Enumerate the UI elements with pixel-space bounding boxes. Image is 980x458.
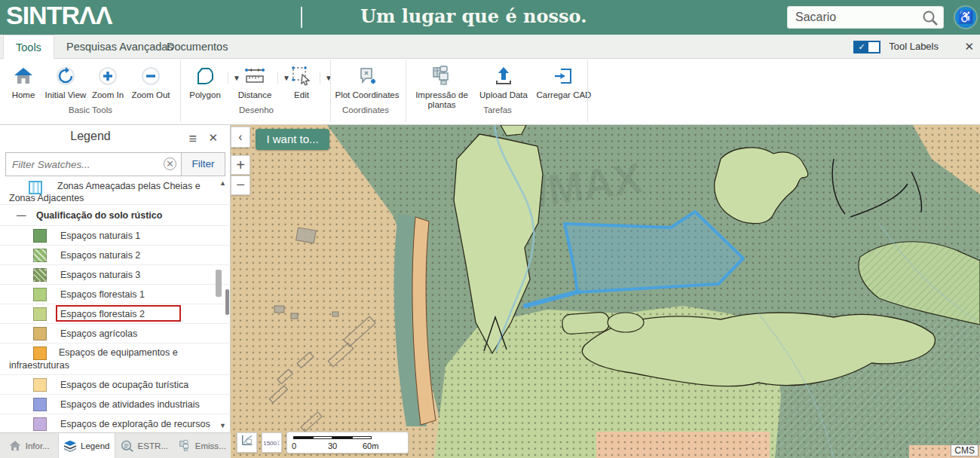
xy-grid-icon — [240, 433, 254, 447]
legend-swatch — [33, 417, 47, 431]
map-zoom-in-button[interactable]: + — [231, 155, 250, 175]
edit-button[interactable]: Edit — [285, 65, 318, 100]
filter-swatches-input[interactable] — [6, 153, 164, 176]
zoom-in-button[interactable]: Zoom In — [89, 65, 127, 100]
close-icon[interactable]: ✕ — [208, 131, 218, 145]
legend-scrollbar-thumb[interactable] — [216, 270, 222, 297]
list-item[interactable]: Espaços de equipamentos e infraestrutura… — [0, 344, 231, 375]
scale-bar: 0 30 60m — [286, 432, 409, 453]
house-icon — [8, 440, 22, 452]
app-header: SINTRΛΛ Um lugar que é nosso. ♿ — [0, 0, 980, 35]
toolbar-ribbon: Home Initial View Zoom In Zoom Out Basic… — [0, 59, 980, 125]
filter-row: ✕ Filter — [5, 152, 225, 176]
tab-tools[interactable]: Tools — [3, 35, 54, 59]
tagline: Um lugar que é nosso. — [360, 5, 586, 27]
legend-swatch — [33, 268, 47, 282]
list-item[interactable]: Espaços de exploração de recursos ▼ — [0, 414, 231, 432]
legend-swatch — [33, 229, 47, 243]
list-item[interactable]: Espaços florestais 1 — [0, 285, 231, 304]
layers-icon — [63, 440, 77, 452]
printer-icon — [178, 440, 191, 452]
upload-data-button[interactable]: Upload Data — [476, 65, 531, 100]
ribbon-separator — [587, 60, 588, 122]
map-viewport[interactable]: RE/MAX — [231, 125, 980, 458]
search-input[interactable] — [795, 8, 916, 26]
list-item[interactable]: Espaços de ocupação turística — [0, 375, 231, 395]
close-icon[interactable]: ✕ — [964, 40, 974, 53]
list-item[interactable]: Espaços agrícolas — [0, 324, 231, 344]
initial-view-icon — [44, 65, 87, 87]
legend-swatch — [33, 327, 47, 340]
scale-label-30: 30 — [328, 441, 337, 450]
tab-informacao[interactable]: Infor... — [0, 433, 58, 458]
scroll-up-icon[interactable]: ▲ — [219, 179, 226, 187]
tab-documentos[interactable]: Documentos — [155, 35, 240, 59]
edit-icon — [285, 65, 318, 87]
distance-icon — [234, 65, 276, 87]
legend-list: Zonas Ameaçadas pelas Cheias e Zonas Adj… — [0, 178, 231, 432]
plot-coordinates-icon — [333, 65, 401, 87]
ruler-icon: ⌶ — [277, 440, 280, 447]
tab-estr[interactable]: ESTR... — [115, 433, 173, 458]
legend-swatch — [33, 378, 47, 392]
home-icon — [5, 65, 42, 87]
highlight-red-box — [56, 305, 181, 322]
check-icon: ✓ — [855, 42, 868, 52]
list-item[interactable]: Espaços de atividades industriais — [0, 395, 231, 414]
group-label-tarefas: Tarefas — [452, 105, 543, 114]
list-item[interactable]: Espaços naturais 1 — [0, 226, 231, 246]
upload-icon — [476, 65, 531, 87]
list-item-highlighted[interactable]: Espaços florestais 2 — [0, 304, 231, 324]
i-want-to-button[interactable]: I want to... — [256, 129, 329, 150]
panel-tab-bar: Infor... Legend ESTR... Emiss... — [0, 432, 231, 458]
legend-swatch — [33, 249, 47, 262]
logo-divider — [301, 7, 302, 28]
main-tab-bar: Tools Pesquisas Avançadas Documentos ✓ T… — [0, 35, 980, 59]
scale-input-button[interactable]: 1500⌶ — [262, 432, 282, 453]
legend-panel-title: Legend — [0, 130, 181, 143]
legend-panel: Legend ≡ ✕ ✕ Filter Zonas Ameaçadas pela… — [0, 125, 231, 458]
filter-button[interactable]: Filter — [181, 153, 225, 176]
group-label-desenho: Desenho — [211, 105, 302, 114]
tab-legend[interactable]: Legend — [58, 433, 116, 458]
list-item[interactable]: Espaços naturais 3 — [0, 265, 231, 285]
legend-swatch — [33, 307, 47, 321]
tab-emissao[interactable]: Emiss... — [173, 433, 231, 458]
search-icon[interactable] — [922, 10, 939, 29]
legend-swatch — [33, 398, 47, 411]
list-item[interactable]: Zonas Ameaçadas pelas Cheias e Zonas Adj… — [0, 178, 231, 205]
collapse-group-icon[interactable]: — — [17, 205, 26, 226]
legend-group-header[interactable]: — Qualificação do solo rústico — [0, 205, 231, 226]
ribbon-separator — [180, 60, 181, 122]
clear-filter-icon[interactable]: ✕ — [164, 157, 176, 170]
zoom-out-icon — [130, 65, 172, 87]
carregar-cad-button[interactable]: Carregar CAD — [532, 65, 596, 100]
cad-icon — [532, 65, 596, 87]
menu-icon[interactable]: ≡ — [188, 131, 197, 147]
distance-button[interactable]: Distance — [234, 65, 276, 100]
initial-view-button[interactable]: Initial View — [44, 65, 87, 100]
impressao-de-plantas-button[interactable]: Impressão de plantas — [410, 65, 473, 110]
collapse-panel-button[interactable]: ‹ — [231, 127, 250, 148]
search-list-icon — [121, 440, 134, 452]
list-item[interactable]: Espaços naturais 2 — [0, 246, 231, 265]
home-button[interactable]: Home — [5, 65, 42, 100]
print-plans-icon — [410, 65, 473, 87]
panel-scrollbar-thumb[interactable] — [225, 289, 229, 315]
coordinates-widget-button[interactable] — [237, 432, 257, 453]
sintra-logo: SINTRΛΛ — [6, 1, 112, 30]
map-zoom-out-button[interactable]: − — [231, 176, 250, 195]
group-label-basic-tools: Basic Tools — [45, 105, 136, 114]
zoom-out-button[interactable]: Zoom Out — [130, 65, 172, 100]
search-box[interactable] — [787, 6, 944, 29]
scale-label-0: 0 — [292, 441, 296, 450]
ribbon-separator — [406, 60, 406, 122]
plot-coordinates-button[interactable]: Plot Coordinates — [333, 65, 401, 100]
cms-badge: CMS — [951, 444, 978, 456]
legend-swatch — [33, 288, 47, 301]
tool-labels-toggle[interactable]: ✓ — [853, 41, 880, 53]
polygon-button[interactable]: Polygon — [185, 65, 225, 100]
accessibility-icon[interactable]: ♿ — [955, 7, 976, 28]
scroll-down-icon[interactable]: ▼ — [219, 416, 226, 432]
zoom-in-icon — [89, 65, 127, 87]
